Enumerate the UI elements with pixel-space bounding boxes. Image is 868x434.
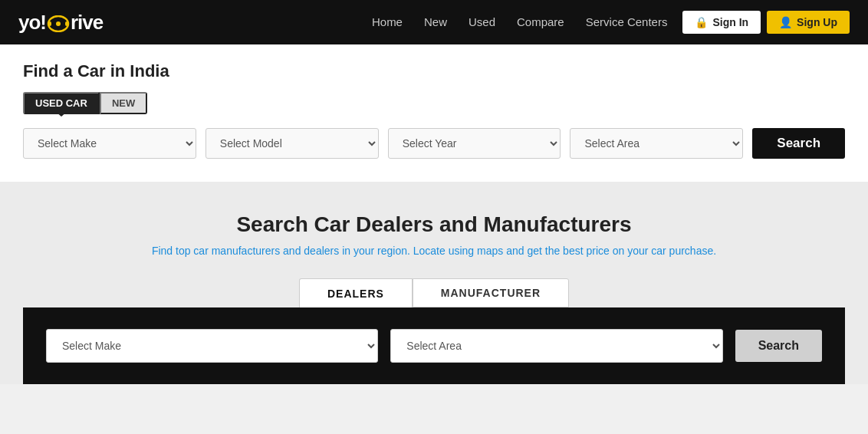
select-model-main[interactable]: Select Model — [205, 128, 379, 159]
tab-used-car[interactable]: USED CAR — [23, 92, 100, 114]
signup-button[interactable]: 👤 Sign Up — [767, 11, 850, 34]
find-car-title: Find a Car in India — [23, 61, 845, 81]
signin-button[interactable]: 🔒 Sign In — [682, 11, 761, 34]
headphone-icon — [47, 15, 70, 32]
find-car-section: Find a Car in India USED CAR NEW Select … — [0, 44, 868, 182]
tab-manufacturer[interactable]: MANUFACTURER — [413, 278, 569, 307]
logo: yo!rive — [18, 11, 103, 35]
search-button-dealers[interactable]: Search — [735, 330, 822, 362]
nav-links: Home New Used Compare Service Centers — [372, 15, 667, 29]
select-make-main[interactable]: Select Make — [23, 128, 196, 159]
user-icon: 👤 — [779, 16, 792, 28]
svg-point-1 — [56, 21, 61, 26]
dealer-tabs: DEALERS MANUFACTURER — [23, 278, 845, 307]
navbar: yo!rive Home New Used Compare Service Ce… — [0, 0, 868, 44]
search-button-main[interactable]: Search — [752, 128, 845, 159]
select-year-main[interactable]: Select Year — [388, 128, 561, 159]
nav-new[interactable]: New — [424, 15, 447, 28]
dealers-subtitle: Find top car manufacturers and dealers i… — [23, 245, 845, 257]
select-make-dealers[interactable]: Select Make — [46, 329, 378, 363]
tab-new-car[interactable]: NEW — [100, 92, 147, 114]
svg-rect-2 — [48, 21, 51, 26]
tab-dealers[interactable]: DEALERS — [299, 278, 413, 307]
nav-home[interactable]: Home — [372, 15, 403, 28]
nav-service-centers[interactable]: Service Centers — [586, 15, 668, 28]
dealers-search-bar: Select Make Select Area Search — [23, 307, 845, 384]
select-area-dealers[interactable]: Select Area — [390, 329, 722, 363]
select-area-main[interactable]: Select Area — [570, 128, 743, 159]
dealers-section: Search Car Dealers and Manufacturers Fin… — [0, 182, 868, 384]
nav-used[interactable]: Used — [469, 15, 495, 28]
dealers-title: Search Car Dealers and Manufacturers — [23, 212, 845, 237]
nav-compare[interactable]: Compare — [517, 15, 564, 28]
find-car-filters: Select Make Select Model Select Year Sel… — [23, 128, 845, 159]
car-type-tabs: USED CAR NEW — [23, 92, 845, 114]
logo-text: yo!rive — [18, 11, 103, 35]
lock-icon: 🔒 — [695, 16, 708, 28]
svg-rect-3 — [65, 21, 68, 26]
